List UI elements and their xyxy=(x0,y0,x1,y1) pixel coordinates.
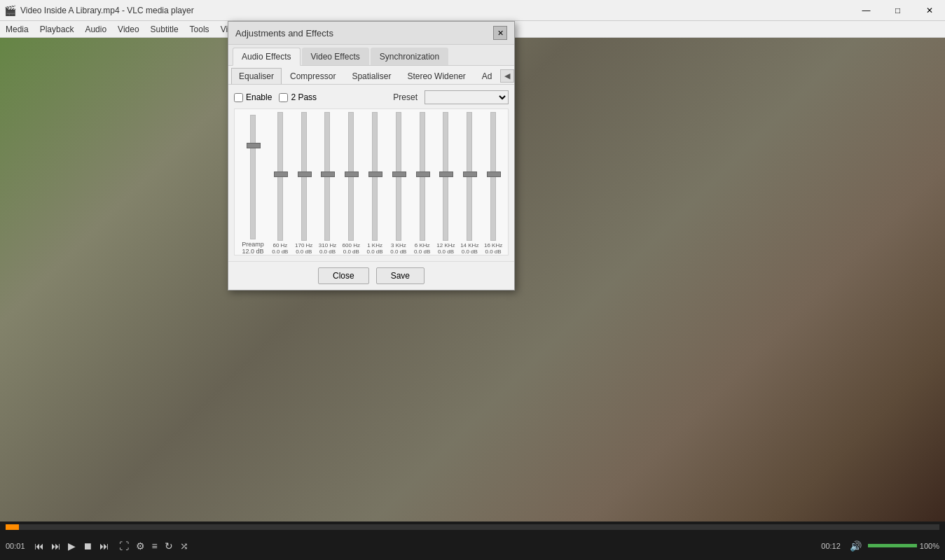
band-col-7: 12 KHz0.0 dB xyxy=(434,112,458,255)
subtab-compressor[interactable]: Compressor xyxy=(282,68,343,84)
band-col-4: 1 KHz0.0 dB xyxy=(363,112,387,255)
dialog-close-button[interactable]: ✕ xyxy=(493,26,507,40)
settings-button[interactable]: ⚙ xyxy=(132,539,149,553)
band-freq-9: 16 KHz xyxy=(484,242,502,248)
subtab-equaliser[interactable]: Equaliser xyxy=(231,68,282,84)
save-button[interactable]: Save xyxy=(376,267,425,284)
band-slider-3[interactable] xyxy=(348,112,354,241)
playlist-button[interactable]: ≡ xyxy=(149,539,161,553)
next-button[interactable]: ⏹ xyxy=(79,539,96,553)
menu-audio[interactable]: Audio xyxy=(79,23,112,36)
volume-percent: 100% xyxy=(920,542,939,550)
menu-tools[interactable]: Tools xyxy=(184,23,215,36)
menu-subtitle[interactable]: Subtitle xyxy=(145,23,184,36)
band-db-2: 0.0 dB xyxy=(319,248,336,255)
volume-icon-button[interactable]: 🔊 xyxy=(846,539,865,553)
minimize-button[interactable]: — xyxy=(850,0,882,21)
band-slider-7[interactable] xyxy=(443,112,448,241)
progress-bar[interactable] xyxy=(6,524,939,530)
band-slider-6[interactable] xyxy=(420,112,425,241)
band-thumb-7[interactable] xyxy=(439,172,453,177)
sub-tabs: Equaliser Compressor Spatialiser Stereo … xyxy=(228,66,514,85)
menu-video[interactable]: Video xyxy=(112,23,144,36)
band-thumb-3[interactable] xyxy=(345,172,359,177)
subtab-spatialiser[interactable]: Spatialiser xyxy=(344,68,399,84)
twopass-checkbox[interactable] xyxy=(279,93,288,102)
titlebar-controls: — □ ✕ xyxy=(850,0,945,21)
tab-synchronization[interactable]: Synchronization xyxy=(371,48,448,65)
fullscreen-button[interactable]: ⛶ xyxy=(116,539,132,553)
titlebar: 🎬 Video Inside A Library.mp4 - VLC media… xyxy=(0,0,945,21)
band-thumb-6[interactable] xyxy=(416,172,430,177)
dialog-content: Enable 2 Pass Preset Flat Classical Pop … xyxy=(228,85,514,261)
window-title: Video Inside A Library.mp4 - VLC media p… xyxy=(20,6,850,15)
adjustments-dialog: Adjustments and Effects ✕ Audio Effects … xyxy=(228,21,515,290)
band-thumb-4[interactable] xyxy=(368,172,382,177)
band-col-1: 170 Hz0.0 dB xyxy=(292,112,316,255)
tab-audio-effects[interactable]: Audio Effects xyxy=(233,48,301,66)
twopass-label: 2 Pass xyxy=(291,92,317,102)
band-col-9: 16 KHz0.0 dB xyxy=(481,112,505,255)
dialog-footer: Close Save xyxy=(228,261,514,290)
band-freq-2: 310 Hz xyxy=(319,242,336,248)
band-thumb-9[interactable] xyxy=(487,172,501,177)
band-slider-5[interactable] xyxy=(396,112,401,241)
vlc-icon: 🎬 xyxy=(4,5,16,16)
maximize-button[interactable]: □ xyxy=(882,0,913,21)
band-thumb-2[interactable] xyxy=(321,172,335,177)
tab-video-effects[interactable]: Video Effects xyxy=(302,48,369,65)
progress-fill xyxy=(6,524,19,530)
preamp-slider[interactable] xyxy=(250,115,256,239)
band-db-5: 0.0 dB xyxy=(390,248,406,255)
band-col-8: 14 KHz0.0 dB xyxy=(457,112,481,255)
play-button[interactable]: ▶ xyxy=(64,539,79,553)
band-slider-9[interactable] xyxy=(490,112,496,241)
window-close-button[interactable]: ✕ xyxy=(913,0,945,21)
menu-playback[interactable]: Playback xyxy=(34,23,80,36)
subtab-stereo-widener[interactable]: Stereo Widener xyxy=(399,68,473,84)
preamp-thumb[interactable] xyxy=(247,143,261,148)
band-slider-2[interactable] xyxy=(324,112,330,241)
band-freq-3: 600 Hz xyxy=(343,242,360,248)
controls-row: 00:01 ⏮ ⏭ ▶ ⏹ ⏭ ⛶ ⚙ ≡ ↻ ⤮ 00:12 🔊 100% xyxy=(0,531,945,560)
band-thumb-5[interactable] xyxy=(392,172,406,177)
band-slider-0[interactable] xyxy=(277,112,283,241)
band-thumb-8[interactable] xyxy=(463,172,477,177)
volume-slider[interactable] xyxy=(868,544,917,547)
time-remaining: 00:12 xyxy=(821,542,841,550)
preset-select[interactable]: Flat Classical Pop Rock Jazz xyxy=(425,90,509,104)
close-button[interactable]: Close xyxy=(318,267,369,284)
band-thumb-0[interactable] xyxy=(274,172,288,177)
band-freq-7: 12 KHz xyxy=(436,242,455,248)
subtab-ad[interactable]: Ad xyxy=(474,68,500,84)
band-db-4: 0.0 dB xyxy=(367,248,383,255)
menu-media[interactable]: Media xyxy=(0,23,34,36)
random-button[interactable]: ⤮ xyxy=(177,539,192,553)
band-thumb-1[interactable] xyxy=(298,172,312,177)
band-slider-4[interactable] xyxy=(372,112,378,241)
preamp-freq-label: Preamp xyxy=(242,241,264,248)
main-tabs: Audio Effects Video Effects Synchronizat… xyxy=(228,45,514,66)
subtab-prev-button[interactable]: ◀ xyxy=(500,69,514,83)
band-db-9: 0.0 dB xyxy=(485,248,502,255)
dialog-title: Adjustments and Effects xyxy=(235,28,493,38)
fast-forward-button[interactable]: ⏭ xyxy=(96,539,113,553)
band-db-8: 0.0 dB xyxy=(462,248,478,255)
band-col-2: 310 Hz0.0 dB xyxy=(316,112,340,255)
stop-button[interactable]: ⏮ xyxy=(31,539,48,553)
band-db-1: 0.0 dB xyxy=(296,248,312,255)
band-slider-8[interactable] xyxy=(467,112,472,241)
band-db-6: 0.0 dB xyxy=(414,248,430,255)
band-db-0: 0.0 dB xyxy=(272,248,288,255)
twopass-checkbox-label[interactable]: 2 Pass xyxy=(279,92,317,102)
prev-button[interactable]: ⏭ xyxy=(48,539,64,553)
playback-controls: 00:01 ⏮ ⏭ ▶ ⏹ ⏭ ⛶ ⚙ ≡ ↻ ⤮ 00:12 🔊 100% xyxy=(0,522,945,560)
band-slider-1[interactable] xyxy=(301,112,307,241)
enable-checkbox[interactable] xyxy=(234,93,243,102)
band-col-0: 60 Hz0.0 dB xyxy=(268,112,292,255)
band-freq-0: 60 Hz xyxy=(273,242,287,248)
equalizer-area: Preamp 12.0 dB 60 Hz0.0 dB170 Hz0.0 dB31… xyxy=(234,108,509,255)
loop-button[interactable]: ↻ xyxy=(161,539,177,553)
band-freq-5: 3 KHz xyxy=(391,242,406,248)
enable-checkbox-label[interactable]: Enable xyxy=(234,92,272,102)
